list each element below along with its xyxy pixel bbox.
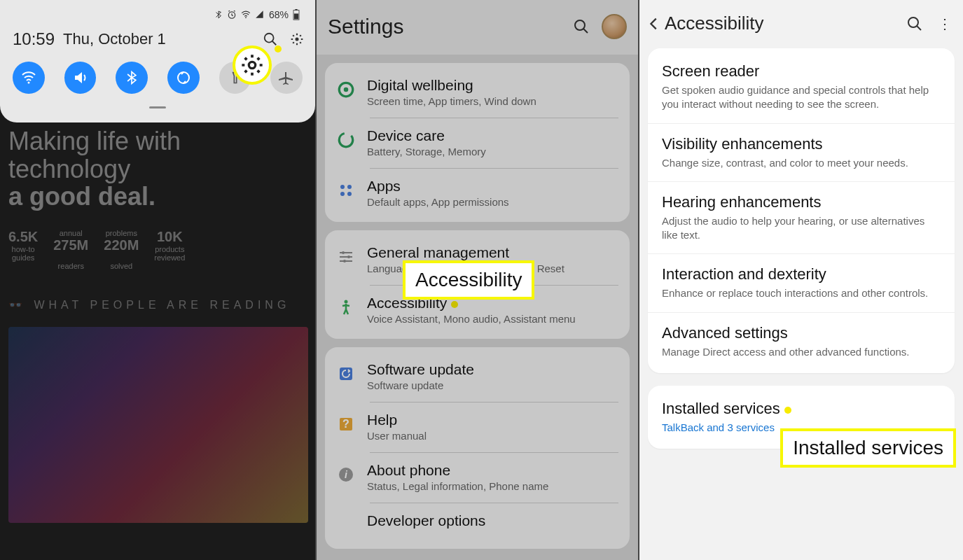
toggle-airplane[interactable] (270, 62, 303, 94)
item-subtitle: Adjust the audio to help your hearing, o… (662, 214, 941, 243)
item-title: Interaction and dexterity (662, 265, 941, 284)
svg-point-17 (347, 192, 352, 196)
wellbeing-icon (336, 80, 356, 99)
item-title: Software update (367, 361, 474, 378)
toggle-sound[interactable] (64, 62, 97, 94)
stats-row: 6.5Khow-toguides annual275Mreaders probl… (8, 229, 307, 270)
accessibility-title: Accessibility (665, 13, 764, 34)
a11y-item-hearing[interactable]: Hearing enhancementsAdjust the audio to … (648, 181, 955, 254)
back-icon[interactable] (646, 16, 665, 31)
item-title: About phone (367, 462, 548, 479)
settings-item-about[interactable]: i About phoneStatus, Legal information, … (325, 451, 630, 502)
settings-item-devicecare[interactable]: Device careBattery, Storage, Memory (325, 117, 630, 167)
accessibility-header: Accessibility ⋮ (639, 0, 963, 44)
battery-percent: 68% (269, 9, 289, 20)
settings-item-apps[interactable]: AppsDefault apps, App permissions (325, 167, 630, 218)
clock-time: 10:59 (13, 29, 55, 49)
item-subtitle: Manage Direct access and other advanced … (662, 345, 941, 359)
help-icon: ? (336, 414, 356, 434)
item-subtitle: Screen time, App timers, Wind down (367, 95, 536, 107)
item-subtitle: Voice Assistant, Mono audio, Assistant m… (367, 313, 576, 325)
apps-icon (336, 181, 356, 200)
signal-icon (255, 10, 265, 20)
section-header: 👓 WHAT PEOPLE ARE READING (8, 298, 307, 312)
item-title: Advanced settings (662, 324, 941, 342)
alarm-icon (227, 10, 237, 20)
settings-header: Settings (317, 0, 638, 55)
quick-panel-header: 10:59 Thu, October 1 (13, 29, 307, 49)
svg-point-20 (343, 260, 346, 262)
search-icon[interactable] (572, 18, 590, 36)
svg-point-8 (178, 72, 189, 83)
panel-drag-handle[interactable] (149, 106, 166, 108)
item-title: Visibility enhancements (662, 135, 941, 153)
svg-point-5 (265, 34, 274, 43)
item-title: Device care (367, 127, 486, 144)
toggle-bluetooth[interactable] (116, 62, 148, 94)
svg-point-9 (249, 62, 255, 68)
settings-title: Settings (328, 15, 403, 38)
settings-list: Digital wellbeingScreen time, App timers… (317, 63, 638, 549)
a11y-item-interaction[interactable]: Interaction and dexterityEnhance or repl… (648, 253, 955, 312)
svg-point-18 (342, 251, 345, 254)
a11y-item-screenreader[interactable]: Screen readerGet spoken audio guidance a… (648, 51, 955, 123)
battery-icon (293, 9, 300, 20)
settings-group: Digital wellbeingScreen time, App timers… (325, 63, 630, 222)
svg-point-16 (340, 192, 345, 196)
toggle-wifi[interactable] (13, 62, 45, 94)
panel-settings: Settings Digital wellbeingScreen time, A… (315, 0, 639, 560)
item-subtitle: Enhance or replace touch interactions an… (662, 286, 941, 300)
info-icon: i (336, 465, 356, 484)
item-title: General management (367, 244, 564, 261)
callout-dot (451, 301, 458, 308)
settings-item-devopt[interactable]: Developer options (325, 502, 630, 545)
accessibility-list: Screen readerGet spoken audio guidance a… (639, 48, 963, 449)
callout-dot (784, 407, 791, 414)
svg-point-21 (345, 300, 348, 304)
homepage-headline: Making life with technology a good deal. (8, 127, 307, 211)
stat-item: 10Kproductsreviewed (154, 229, 185, 270)
a11y-item-visibility[interactable]: Visibility enhancementsChange size, cont… (648, 123, 955, 181)
accessibility-icon (336, 298, 356, 317)
a11y-item-advanced[interactable]: Advanced settingsManage Direct access an… (648, 312, 955, 370)
svg-point-7 (27, 82, 29, 84)
svg-rect-22 (340, 368, 352, 380)
svg-point-13 (339, 133, 353, 147)
svg-point-19 (347, 255, 350, 258)
highlighted-gear-icon[interactable] (233, 46, 272, 85)
gear-icon[interactable] (287, 29, 307, 49)
settings-item-software[interactable]: Software updateSoftware update (325, 351, 630, 401)
svg-text:?: ? (342, 418, 349, 430)
svg-point-10 (575, 20, 585, 30)
item-title: Screen reader (662, 62, 941, 80)
item-subtitle: User manual (367, 430, 427, 442)
clock-date: Thu, October 1 (63, 30, 166, 48)
item-title: Digital wellbeing (367, 77, 536, 94)
item-subtitle: Default apps, App permissions (367, 196, 509, 208)
homescreen-content: Making life with technology a good deal.… (0, 119, 315, 531)
headline-line1: Making life with (8, 127, 307, 155)
article-thumbnail[interactable] (8, 327, 308, 523)
headline-line3: a good deal. (8, 183, 307, 211)
stat-item: 6.5Khow-toguides (8, 229, 38, 270)
item-subtitle: Get spoken audio guidance and special co… (662, 83, 941, 112)
panel-quicksettings: 68% 10:59 Thu, October 1 (0, 0, 315, 560)
stat-item: problems220Msolved (104, 229, 139, 270)
svg-point-14 (340, 185, 345, 189)
panel-accessibility: Accessibility ⋮ Screen readerGet spoken … (639, 0, 963, 560)
settings-item-wellbeing[interactable]: Digital wellbeingScreen time, App timers… (325, 67, 630, 117)
callout-installed-services: Installed services (780, 428, 956, 468)
settings-item-help[interactable]: ? HelpUser manual (325, 401, 630, 451)
more-icon[interactable]: ⋮ (935, 15, 953, 33)
item-title: Apps (367, 178, 509, 195)
toggle-rotate[interactable] (167, 62, 200, 94)
profile-avatar[interactable] (602, 14, 627, 39)
svg-point-6 (296, 38, 299, 41)
callout-dot (275, 46, 282, 52)
item-subtitle: Battery, Storage, Memory (367, 146, 486, 158)
search-icon[interactable] (906, 15, 924, 33)
svg-point-27 (908, 18, 918, 27)
item-subtitle: Change size, contrast, and color to meet… (662, 156, 941, 170)
bluetooth-icon (214, 10, 223, 19)
devicecare-icon (336, 130, 356, 150)
